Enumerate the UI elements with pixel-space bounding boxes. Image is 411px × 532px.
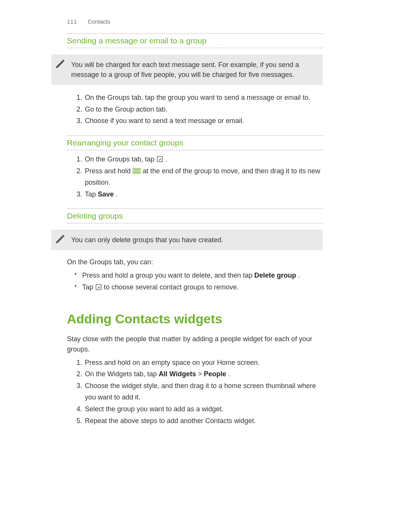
edit-box-icon: [95, 284, 102, 291]
steps-widgets: Press and hold on an empty space on your…: [74, 357, 323, 427]
pencil-icon: [54, 58, 66, 70]
steps-sending: On the Groups tab, tap the group you wan…: [74, 92, 323, 127]
note-text: You will be charged for each text messag…: [71, 61, 299, 78]
page-header: 111 Contacts: [67, 18, 411, 25]
step: Press and hold at the end of the group t…: [84, 165, 323, 189]
note-delete-own: You can only delete groups that you have…: [51, 230, 323, 250]
text: .: [298, 272, 300, 279]
step: Select the group you want to add as a wi…: [84, 403, 323, 415]
text: .: [165, 155, 167, 163]
note-text: You can only delete groups that you have…: [71, 236, 223, 244]
drag-handle-icon: [132, 168, 141, 174]
steps-rearranging: On the Groups tab, tap . Press and hold …: [74, 153, 323, 200]
step: Tap Save .: [84, 189, 323, 200]
rule: [67, 33, 323, 34]
text: >: [198, 370, 204, 378]
bold-save: Save: [98, 190, 114, 198]
subheading-sending: Sending a message or email to a group: [67, 36, 323, 48]
step: Repeat the above steps to add another Co…: [84, 415, 323, 427]
step: Press and hold on an empty space on your…: [84, 357, 323, 369]
step: Choose if you want to send a text messag…: [84, 115, 323, 127]
step: On the Widgets tab, tap All Widgets > Pe…: [84, 368, 323, 380]
bold-people: People: [204, 370, 226, 378]
rule: [67, 135, 323, 136]
rule: [67, 208, 323, 209]
text: to choose several contact groups to remo…: [104, 283, 239, 291]
text: Tap: [82, 283, 95, 291]
manual-page: 111 Contacts Sending a message or email …: [0, 0, 411, 532]
step: On the Groups tab, tap .: [84, 153, 323, 165]
bullet: Tap to choose several contact groups to …: [82, 281, 323, 293]
deleting-intro: On the Groups tab, you can:: [67, 257, 323, 267]
text: On the Groups tab, tap: [85, 155, 156, 163]
text: .: [228, 370, 230, 378]
text: Press and hold: [85, 167, 132, 175]
pencil-icon: [54, 233, 66, 245]
step: On the Groups tab, tap the group you wan…: [84, 92, 323, 104]
text: Tap: [85, 190, 98, 198]
deleting-bullets: Press and hold a group you want to delet…: [82, 270, 323, 293]
note-charges: You will be charged for each text messag…: [51, 54, 323, 85]
heading-adding-widgets: Adding Contacts widgets: [67, 312, 323, 326]
bullet: Press and hold a group you want to delet…: [82, 270, 323, 281]
step: Choose the widget style, and then drag i…: [84, 380, 323, 403]
edit-box-icon: [156, 156, 163, 163]
widgets-intro: Stay close with the people that matter b…: [67, 334, 323, 355]
bold-delete-group: Delete group: [254, 272, 296, 279]
chapter-title: Contacts: [88, 18, 110, 25]
text: Press and hold a group you want to delet…: [82, 272, 254, 279]
page-number: 111: [67, 18, 77, 25]
text: On the Widgets tab, tap: [85, 370, 159, 378]
subheading-deleting: Deleting groups: [67, 211, 323, 224]
text: .: [116, 190, 118, 198]
bold-all-widgets: All Widgets: [159, 370, 196, 378]
step: Go to the Group action tab.: [84, 104, 323, 115]
subheading-rearranging: Rearranging your contact groups: [67, 138, 323, 150]
